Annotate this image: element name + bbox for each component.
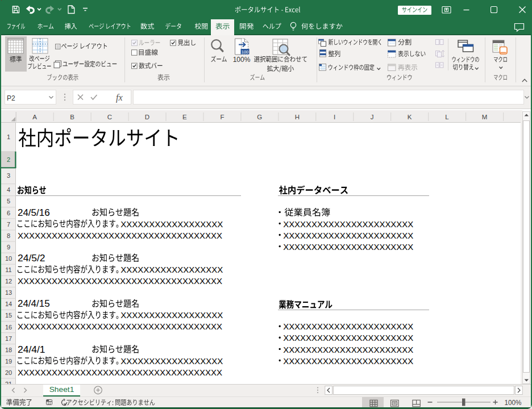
svg-text:XXXXXXXXXXXXXXXXXXXXXXXXXXXXXX: XXXXXXXXXXXXXXXXXXXXXXXXXXXXXXXXXXXX <box>18 231 222 240</box>
svg-text:XXXXXXXXXXXXXXXXXXXXXXX: XXXXXXXXXXXXXXXXXXXXXXX <box>283 242 413 252</box>
svg-text:fx: fx <box>116 93 123 103</box>
svg-text:XXXXXXXXXXXXXXXXXXXXXXX: XXXXXXXXXXXXXXXXXXXXXXX <box>283 333 413 343</box>
svg-text:XXXXXXXXXXXXXXXXXXXXXXXXXXXXXX: XXXXXXXXXXXXXXXXXXXXXXXXXXXXXXXXXXXX <box>18 276 222 286</box>
svg-text:24/4/15: 24/4/15 <box>18 299 50 308</box>
svg-text:24/5/16: 24/5/16 <box>18 208 50 218</box>
svg-text:XXXXXXXXXXXXXXXXXX: XXXXXXXXXXXXXXXXXX <box>120 265 223 274</box>
svg-text:XXXXXXXXXXXXXXXXXX: XXXXXXXXXXXXXXXXXX <box>120 310 223 320</box>
svg-text:XXXXXXXXXXXXXXXXXXXXXXX: XXXXXXXXXXXXXXXXXXXXXXX <box>283 345 413 354</box>
svg-text:XXXXXXXXXXXXXXXXXXXXXXX: XXXXXXXXXXXXXXXXXXXXXXX <box>283 356 413 366</box>
svg-text:XXXXXXXXXXXXXXXXXXXXXXX: XXXXXXXXXXXXXXXXXXXXXXX <box>283 219 413 229</box>
svg-text:XXXXXXXXXXXXXXXXXXXXXXXXXXXXXX: XXXXXXXXXXXXXXXXXXXXXXXXXXXXXXXXXXXX <box>18 322 222 331</box>
svg-text:XXXXXXXXXXXXXXXXXX: XXXXXXXXXXXXXXXXXX <box>120 219 223 229</box>
svg-text:XXXXXXXXXXXXXXXXXX: XXXXXXXXXXXXXXXXXX <box>120 356 223 366</box>
svg-text:24/4/1: 24/4/1 <box>18 345 45 354</box>
svg-text:XXXXXXXXXXXXXXXXXXXXXXX: XXXXXXXXXXXXXXXXXXXXXXX <box>283 231 413 240</box>
svg-text:XXXXXXXXXXXXXXXXXXXXXXX: XXXXXXXXXXXXXXXXXXXXXXX <box>283 322 413 331</box>
svg-text:24/5/2: 24/5/2 <box>18 253 45 263</box>
svg-text:XXXXXXXXXXXXXXXXXXXXXXXXXXXXXX: XXXXXXXXXXXXXXXXXXXXXXXXXXXXXXXXXXXX <box>18 368 222 377</box>
svg-text:100: 100 <box>242 49 249 55</box>
